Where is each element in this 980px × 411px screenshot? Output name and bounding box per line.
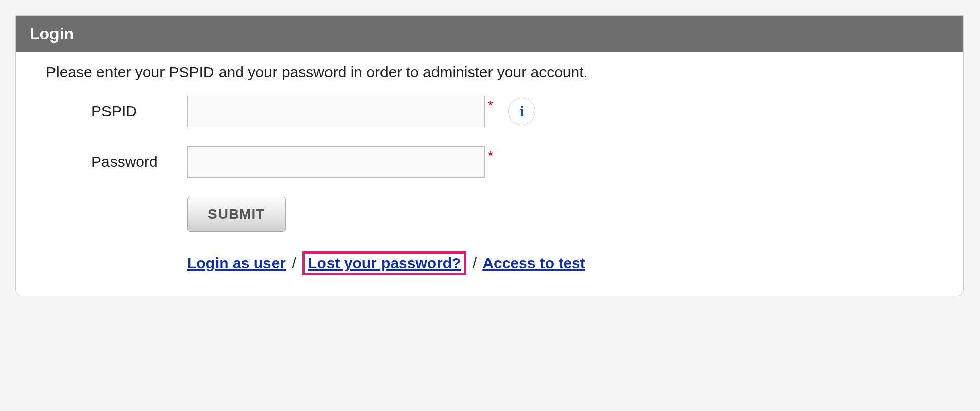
links-row: Login as user / Lost your password? / Ac…	[46, 251, 933, 275]
required-marker: *	[488, 98, 493, 113]
submit-button[interactable]: SUBMIT	[187, 197, 286, 232]
lost-password-highlight: Lost your password?	[302, 251, 466, 275]
password-input[interactable]	[187, 146, 485, 178]
pspid-label: PSPID	[46, 103, 187, 120]
pspid-input[interactable]	[187, 96, 485, 127]
login-as-user-link[interactable]: Login as user	[187, 255, 286, 271]
access-to-test-link[interactable]: Access to test	[482, 255, 585, 271]
separator: /	[473, 255, 477, 271]
login-panel: Login Please enter your PSPID and your p…	[15, 15, 964, 296]
panel-title: Login	[16, 16, 963, 52]
lost-password-link[interactable]: Lost your password?	[308, 255, 461, 271]
panel-body: Please enter your PSPID and your passwor…	[16, 52, 963, 296]
required-marker: *	[488, 148, 493, 164]
info-icon[interactable]: i	[508, 98, 535, 125]
password-label: Password	[46, 153, 187, 170]
pspid-row: PSPID * i	[46, 96, 933, 127]
separator: /	[292, 255, 296, 271]
submit-row: SUBMIT	[46, 197, 933, 232]
instructions-text: Please enter your PSPID and your passwor…	[46, 64, 933, 81]
password-row: Password *	[46, 146, 933, 178]
